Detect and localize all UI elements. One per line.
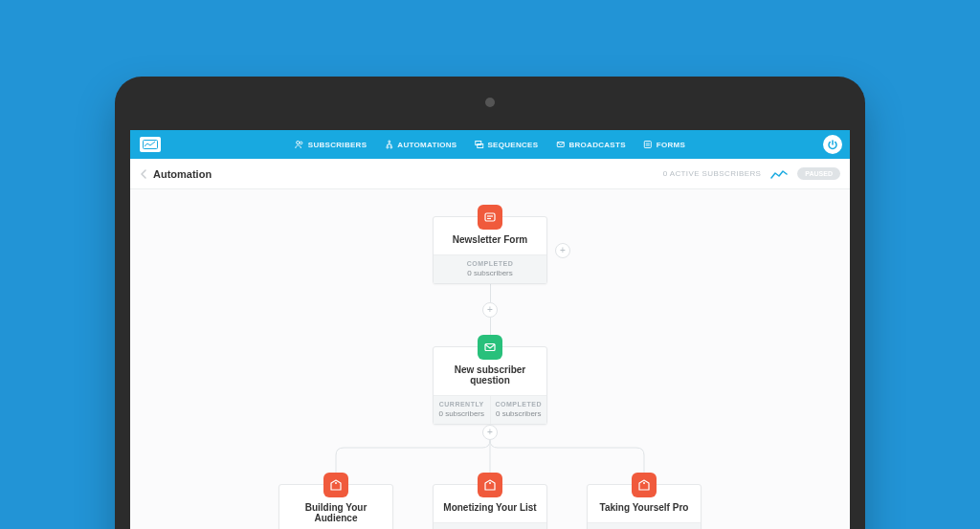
node-stats: COMPLETED 0 subscribers — [588, 522, 701, 529]
add-node-button[interactable]: + — [482, 302, 498, 318]
node-stats: CURRENTLY 0 subscribers COMPLETED 0 subs… — [434, 395, 546, 424]
add-node-button[interactable]: + — [555, 243, 570, 258]
nav-label: BROADCASTS — [568, 141, 625, 149]
svg-point-2 — [300, 142, 302, 144]
node-newsletter-form[interactable]: Newsletter Form COMPLETED 0 subscribers — [433, 216, 547, 284]
envelope-chart-icon — [143, 140, 158, 149]
node-monetizing-list[interactable]: Monetizing Your List COMPLETED 0 subscri… — [433, 484, 547, 529]
nav-automations[interactable]: AUTOMATIONS — [384, 140, 457, 149]
page-title: Automation — [153, 168, 212, 180]
app-logo[interactable] — [140, 137, 161, 152]
email-icon — [478, 335, 502, 360]
subheader: Automation 0 ACTIVE SUBSCRIBERS PAUSED — [130, 159, 850, 189]
node-taking-pro[interactable]: Taking Yourself Pro COMPLETED 0 subscrib… — [587, 484, 702, 529]
analytics-icon[interactable] — [770, 168, 788, 180]
power-icon — [827, 139, 838, 150]
stat-label: COMPLETED — [493, 401, 546, 408]
svg-rect-0 — [144, 141, 158, 149]
svg-rect-16 — [485, 213, 495, 221]
tag-icon — [632, 473, 657, 497]
svg-point-20 — [335, 482, 337, 484]
chevron-left-icon — [140, 168, 147, 180]
node-subscriber-question[interactable]: New subscriber question CURRENTLY 0 subs… — [433, 346, 547, 425]
status-pill[interactable]: PAUSED — [797, 167, 840, 180]
stat-value: 0 subscribers — [435, 409, 488, 418]
app-screen: SUBSCRIBERS AUTOMATIONS SEQUENCES BROADC… — [130, 130, 850, 529]
nav-subscribers[interactable]: SUBSCRIBERS — [295, 140, 368, 149]
nav-label: SUBSCRIBERS — [308, 141, 368, 149]
form-icon — [478, 205, 502, 230]
tablet-frame: SUBSCRIBERS AUTOMATIONS SEQUENCES BROADC… — [115, 77, 865, 529]
stat-label: COMPLETED — [435, 260, 545, 267]
nav-broadcasts[interactable]: BROADCASTS — [555, 140, 625, 149]
node-stats: COMPLETED 0 subscribers — [434, 522, 546, 529]
add-node-button[interactable]: + — [482, 425, 498, 440]
users-icon — [295, 140, 304, 149]
node-stats: COMPLETED 0 subscribers — [434, 254, 546, 283]
stat-value: 0 subscribers — [493, 409, 546, 418]
svg-rect-13 — [644, 142, 651, 148]
tag-icon — [323, 473, 348, 497]
nav-label: AUTOMATIONS — [397, 141, 457, 149]
active-subscribers-label: 0 ACTIVE SUBSCRIBERS — [663, 169, 762, 178]
svg-point-21 — [489, 482, 491, 484]
top-nav: SUBSCRIBERS AUTOMATIONS SEQUENCES BROADC… — [130, 130, 850, 159]
nav-sequences[interactable]: SEQUENCES — [474, 140, 538, 149]
forms-icon — [643, 140, 653, 149]
svg-point-1 — [297, 141, 300, 143]
stat-label: CURRENTLY — [435, 401, 488, 408]
subheader-right: 0 ACTIVE SUBSCRIBERS PAUSED — [663, 167, 840, 180]
nav-center: SUBSCRIBERS AUTOMATIONS SEQUENCES BROADC… — [295, 130, 685, 159]
svg-point-22 — [643, 482, 645, 484]
svg-point-3 — [388, 141, 390, 143]
tablet-camera — [485, 98, 495, 107]
power-button[interactable] — [823, 135, 842, 154]
nav-label: FORMS — [657, 141, 685, 149]
svg-point-9 — [390, 146, 391, 148]
stat-value: 0 subscribers — [435, 269, 545, 277]
flow-container: Newsletter Form COMPLETED 0 subscribers … — [130, 189, 850, 529]
automation-icon — [384, 140, 393, 149]
back-button[interactable]: Automation — [140, 168, 212, 180]
sequences-icon — [474, 140, 483, 149]
nav-forms[interactable]: FORMS — [643, 140, 685, 149]
automation-canvas[interactable]: Newsletter Form COMPLETED 0 subscribers … — [130, 189, 850, 529]
tag-icon — [478, 473, 502, 497]
broadcasts-icon — [555, 140, 565, 149]
node-building-audience[interactable]: Building Your Audience COMPLETED 0 subsc… — [278, 484, 393, 529]
nav-label: SEQUENCES — [487, 141, 538, 149]
svg-point-8 — [386, 146, 388, 148]
